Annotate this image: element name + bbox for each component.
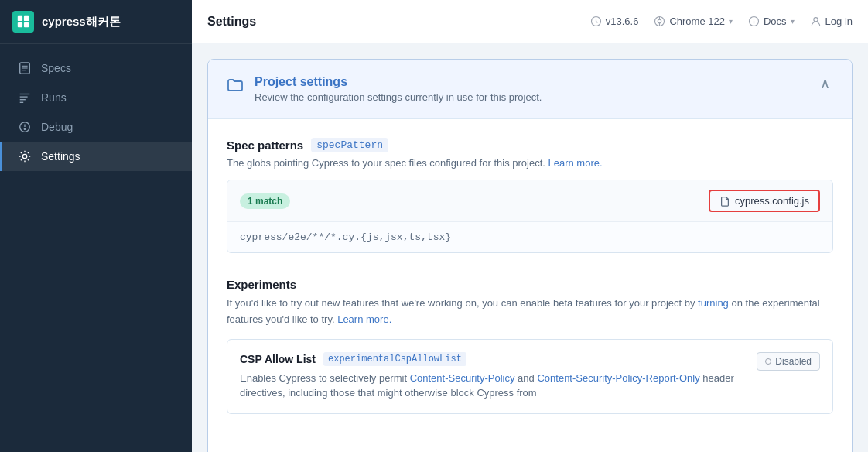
csp-highlight1: Content-Security-Policy bbox=[410, 372, 515, 384]
svg-point-22 bbox=[813, 18, 817, 22]
sidebar-item-debug[interactable]: Debug bbox=[0, 112, 192, 142]
csp-code: experimentalCspAllowList bbox=[323, 352, 466, 366]
svg-rect-0 bbox=[18, 16, 22, 21]
sidebar-item-specs[interactable]: Specs bbox=[0, 53, 192, 83]
docs-text: Docs bbox=[764, 15, 787, 27]
disabled-dot-icon bbox=[765, 358, 771, 365]
svg-point-14 bbox=[24, 128, 25, 129]
docs-icon bbox=[748, 15, 760, 27]
svg-rect-3 bbox=[24, 22, 29, 27]
docs-link[interactable]: Docs ▾ bbox=[748, 15, 795, 27]
turning-link[interactable]: turning bbox=[698, 297, 729, 309]
runs-icon bbox=[18, 91, 32, 104]
browser-icon bbox=[654, 15, 665, 27]
file-icon bbox=[719, 196, 730, 207]
folder-icon bbox=[227, 77, 244, 97]
collapse-button[interactable]: ∧ bbox=[817, 75, 833, 92]
docs-chevron: ▾ bbox=[791, 17, 795, 26]
svg-rect-2 bbox=[18, 22, 22, 27]
sidebar: cypress해커톤 Specs Runs bbox=[0, 0, 192, 452]
version-info: v13.6.6 bbox=[590, 15, 639, 27]
settings-icon bbox=[18, 149, 32, 163]
version-text: v13.6.6 bbox=[606, 15, 639, 27]
match-pattern: cypress/e2e/**/*.cy.{js,jsx,ts,tsx} bbox=[227, 222, 832, 252]
sidebar-item-runs-label: Runs bbox=[41, 91, 67, 104]
experiments-desc: If you'd like to try out new features th… bbox=[227, 296, 833, 328]
sidebar-item-specs-label: Specs bbox=[41, 62, 71, 74]
login-link[interactable]: Log in bbox=[810, 15, 853, 27]
content-area: Project settings Review the configuratio… bbox=[192, 43, 868, 452]
spec-patterns-title: Spec patterns bbox=[227, 139, 303, 152]
spec-pattern-code: specPattern bbox=[311, 138, 388, 152]
svg-point-15 bbox=[22, 154, 26, 158]
browser-text: Chrome 122 bbox=[669, 15, 725, 27]
csp-title-row: CSP Allow List experimentalCspAllowList bbox=[240, 352, 744, 366]
spec-patterns-section: Spec patterns specPattern The globs poin… bbox=[227, 138, 833, 253]
csp-text-area: CSP Allow List experimentalCspAllowList … bbox=[240, 352, 744, 401]
app-logo-icon bbox=[12, 11, 34, 33]
app-title: cypress해커톤 bbox=[42, 15, 121, 29]
specs-icon bbox=[18, 61, 32, 75]
disabled-label: Disabled bbox=[775, 356, 812, 367]
spec-patterns-learn-more[interactable]: Learn more. bbox=[548, 157, 603, 169]
sidebar-item-debug-label: Debug bbox=[41, 121, 73, 133]
sidebar-item-settings-label: Settings bbox=[41, 150, 80, 163]
topbar: Settings v13.6.6 Chrome 122 ▾ bbox=[192, 0, 868, 43]
card-body: Spec patterns specPattern The globs poin… bbox=[208, 119, 852, 452]
spec-patterns-title-row: Spec patterns specPattern bbox=[227, 138, 833, 152]
match-header: 1 match cypress.config.js bbox=[227, 180, 832, 222]
settings-card: Project settings Review the configuratio… bbox=[207, 59, 853, 452]
card-subtitle: Review the configuration settings curren… bbox=[255, 91, 542, 103]
card-header-left: Project settings Review the configuratio… bbox=[227, 75, 542, 103]
experiments-section: Experiments If you'd like to try out new… bbox=[227, 278, 833, 414]
svg-rect-1 bbox=[24, 16, 29, 21]
version-icon bbox=[590, 15, 602, 27]
debug-icon bbox=[18, 120, 32, 134]
topbar-right: v13.6.6 Chrome 122 ▾ Docs ▾ bbox=[590, 15, 853, 27]
match-badge: 1 match bbox=[240, 193, 290, 209]
experiments-learn-more[interactable]: Learn more. bbox=[337, 313, 391, 325]
sidebar-item-settings[interactable]: Settings bbox=[0, 142, 192, 171]
login-text: Log in bbox=[825, 15, 853, 27]
svg-point-18 bbox=[658, 19, 662, 23]
experiments-title-row: Experiments bbox=[227, 278, 833, 291]
card-header: Project settings Review the configuratio… bbox=[208, 60, 852, 119]
browser-chevron: ▾ bbox=[729, 17, 733, 26]
sidebar-logo: cypress해커톤 bbox=[0, 0, 192, 44]
csp-desc: Enables Cypress to selectively permit Co… bbox=[240, 371, 744, 401]
main-area: Settings v13.6.6 Chrome 122 ▾ bbox=[192, 0, 868, 452]
card-title: Project settings bbox=[255, 75, 542, 89]
csp-box: CSP Allow List experimentalCspAllowList … bbox=[227, 339, 833, 414]
config-file-link[interactable]: cypress.config.js bbox=[709, 190, 820, 212]
csp-content: CSP Allow List experimentalCspAllowList … bbox=[240, 352, 820, 401]
match-box: 1 match cypress.config.js cypress/e2e/**… bbox=[227, 180, 833, 253]
csp-highlight2: Content-Security-Policy-Report-Only bbox=[537, 372, 699, 384]
card-header-text: Project settings Review the configuratio… bbox=[255, 75, 542, 103]
config-file-name: cypress.config.js bbox=[735, 195, 809, 207]
sidebar-nav: Specs Runs Debug bbox=[0, 44, 192, 452]
user-icon bbox=[810, 15, 822, 27]
experiments-title: Experiments bbox=[227, 278, 296, 291]
disabled-button[interactable]: Disabled bbox=[757, 352, 820, 371]
csp-title: CSP Allow List bbox=[240, 353, 316, 365]
spec-patterns-desc: The globs pointing Cypress to your spec … bbox=[227, 157, 833, 169]
page-title: Settings bbox=[207, 15, 256, 29]
browser-info[interactable]: Chrome 122 ▾ bbox=[654, 15, 733, 27]
sidebar-item-runs[interactable]: Runs bbox=[0, 83, 192, 112]
